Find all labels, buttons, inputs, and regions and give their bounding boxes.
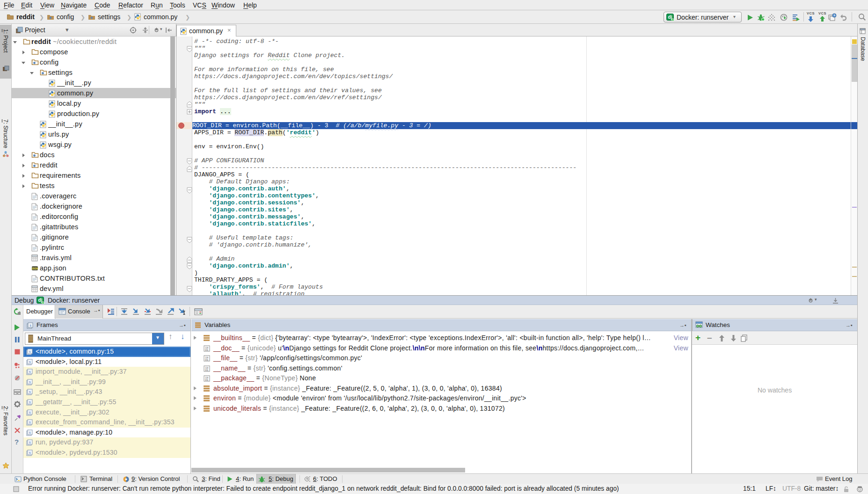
svg-text:01: 01 [205,349,209,352]
svg-text:s: s [29,390,31,394]
svg-text:s: s [29,441,31,444]
svg-text:s: s [29,431,31,435]
svg-text:dj: dj [38,298,43,303]
svg-text:s: s [29,350,31,354]
svg-text:01: 01 [205,369,209,372]
svg-text:01: 01 [205,378,209,382]
svg-text:01: 01 [205,358,209,362]
svg-text:s: s [29,451,31,455]
svg-text:dj: dj [668,15,672,20]
svg-text:s: s [29,360,31,364]
svg-text:s: s [29,411,31,414]
svg-text:s: s [29,324,31,327]
svg-text:s: s [29,370,31,374]
svg-text:s: s [29,421,31,424]
svg-text:s: s [29,400,31,404]
svg-text:s: s [29,380,31,384]
svg-text:JSON: JSON [31,267,38,270]
